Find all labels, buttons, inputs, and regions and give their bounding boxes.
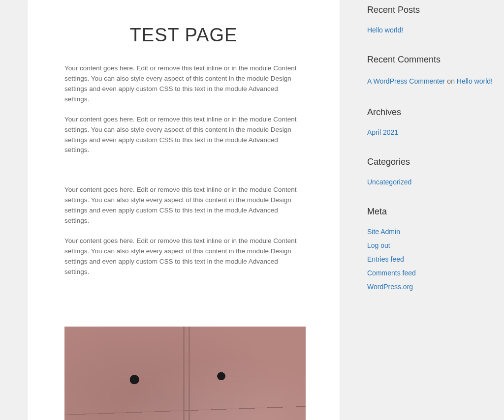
content-paragraph: Your content goes here. Edit or remove t… [64,236,303,277]
content-spacer [64,287,303,317]
on-text: on [445,77,456,85]
recent-post-link[interactable]: Hello world! [367,26,495,34]
meta-widget: Meta Site Admin Log out Entries feed Com… [367,207,495,291]
meta-link-entries-feed[interactable]: Entries feed [367,255,495,263]
categories-widget: Categories Uncategorized [367,157,495,186]
widget-title: Recent Comments [367,55,495,65]
meta-link-wordpress-org[interactable]: WordPress.org [367,283,495,291]
widget-title: Meta [367,207,495,217]
page-title: TEST PAGE [64,25,303,46]
content-paragraph: Your content goes here. Edit or remove t… [64,185,303,226]
widget-title: Recent Posts [367,5,495,15]
commenter-link[interactable]: A WordPress Commenter [367,77,445,85]
content-paragraph: Your content goes here. Edit or remove t… [64,115,303,156]
archives-widget: Archives April 2021 [367,107,495,136]
comment-post-link[interactable]: Hello world! [457,77,493,85]
meta-link-comments-feed[interactable]: Comments feed [367,269,495,277]
meta-link-log-out[interactable]: Log out [367,241,495,249]
sidebar: Recent Posts Hello world! Recent Comment… [367,0,495,420]
recent-comments-widget: Recent Comments A WordPress Commenter on… [367,55,495,87]
hero-image [64,327,306,420]
category-link[interactable]: Uncategorized [367,178,495,186]
main-content: TEST PAGE Your content goes here. Edit o… [28,0,340,420]
widget-title: Archives [367,107,495,118]
content-paragraph: Your content goes here. Edit or remove t… [64,63,303,105]
widget-title: Categories [367,157,495,167]
content-spacer [64,165,303,185]
archive-link[interactable]: April 2021 [367,128,495,136]
meta-link-site-admin[interactable]: Site Admin [367,228,495,236]
recent-posts-widget: Recent Posts Hello world! [367,5,495,34]
recent-comment-entry: A WordPress Commenter on Hello world! [367,76,495,87]
